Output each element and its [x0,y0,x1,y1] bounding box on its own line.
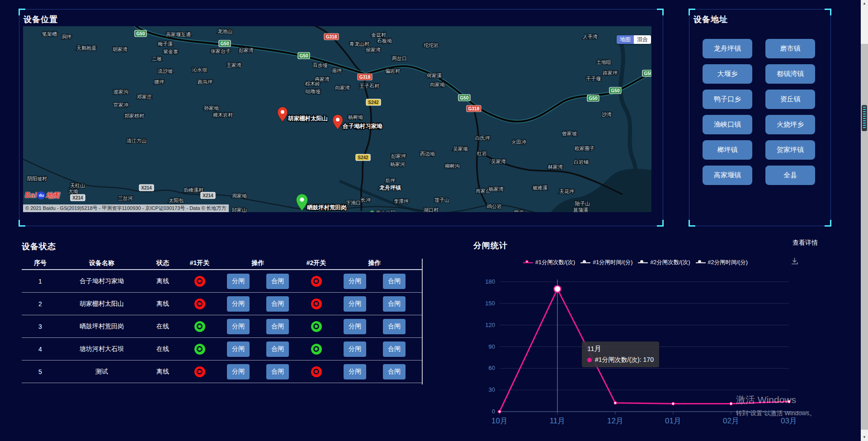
legend-label: #1分闸次数/(次) [535,259,575,266]
open-switch2-button-row4[interactable]: 分闸 [344,341,366,357]
switch2-indicator-red [311,366,322,377]
close-switch2-button-row5[interactable]: 合闸 [383,364,406,379]
address-button-11[interactable]: 高家堰镇 [703,166,752,185]
tooltip-value: #1分闸次数/(次): 170 [595,356,654,364]
address-button-9[interactable]: 榔坪镇 [703,140,752,160]
legend-item-1[interactable]: #1分闸次数/(次) [523,259,575,266]
column-header: #2开关 [297,259,335,267]
svg-text:G318: G318 [326,34,337,39]
switch2-indicator-red [311,276,322,287]
svg-text:S242: S242 [368,100,379,105]
map-place-label: 偏岩村 [385,68,400,74]
map-place-label: 胡家湾 [113,47,127,52]
address-button-1[interactable]: 龙舟坪镇 [703,39,752,58]
legend-item-2[interactable]: #1分闸时间/(分) [580,259,632,266]
road-badge-g50: G50 [609,87,621,94]
device-name: 胡家棚村太阳山 [59,300,145,308]
scrollbar-thumb[interactable] [861,44,868,430]
close-switch2-button-row3[interactable]: 合闸 [383,319,406,334]
map-place-label: 侯家湾 [366,47,381,52]
row-operations: 分闸合闸 [335,319,414,334]
map-place-label: 两岔口 [392,56,407,61]
close-switch1-button-row3[interactable]: 合闸 [266,319,289,334]
device-pin-label: 晒鼓坪村荒田岗 [307,204,347,211]
legend-item-3[interactable]: #2分闸次数/(次) [638,259,690,266]
address-button-2[interactable]: 磨市镇 [765,39,815,58]
dashboard-page: 设备位置 笔架槽洞坪天鹅抱 [0,0,868,441]
map-place-label: 吴家垴 [453,146,468,152]
 [181,321,218,332]
address-button-10[interactable]: 贺家坪镇 [765,140,815,160]
open-switch1-button-row2[interactable]: 分闸 [227,296,250,312]
map-place-label: 沙湾 [602,112,612,117]
map-place-label: 龙舟坪镇 [379,185,401,191]
map-place-label: 洞坪 [61,34,72,39]
table-row-4: 4塘坊河村大石坝在线分闸合闸分闸合闸 [22,338,422,360]
table-row-5: 5测试离线分闸合闸分闸合闸 [22,360,422,383]
close-switch1-button-row2[interactable]: 合闸 [266,296,289,312]
close-switch1-button-row5[interactable]: 合闸 [266,364,289,379]
column-header: 操作 [335,259,414,267]
open-switch2-button-row5[interactable]: 分闸 [344,364,366,379]
svg-text:11月: 11月 [550,417,566,425]
open-switch2-button-row1[interactable]: 分闸 [344,274,366,289]
address-button-3[interactable]: 大堰乡 [703,64,752,84]
download-icon[interactable] [790,257,799,267]
open-switch1-button-row4[interactable]: 分闸 [227,341,250,357]
close-switch2-button-row1[interactable]: 合闸 [383,274,406,289]
scrollbar-widget[interactable] [862,105,867,131]
map-place-label: 土地咀 [596,59,611,65]
close-switch2-button-row4[interactable]: 合闸 [383,341,406,357]
map-place-label: 流沙坡 [157,68,173,74]
address-button-12[interactable]: 全县 [765,166,815,185]
map-place-label: 紫金寨 [163,49,178,54]
tooltip-series-dot [587,358,592,362]
map-type-map-button[interactable]: 地图 [617,35,634,44]
svg-text:180: 180 [485,278,495,285]
device-status-table: 序号设备名称状态#1开关操作#2开关操作1合子坳村习家坳离线分闸合闸分闸合闸2胡… [22,257,422,383]
address-button-6[interactable]: 资丘镇 [765,90,815,109]
address-button-7[interactable]: 渔峡口镇 [703,115,752,134]
device-address-title: 设备地址 [693,14,728,25]
close-switch1-button-row4[interactable]: 合闸 [266,341,289,357]
open-switch1-button-row1[interactable]: 分闸 [227,274,250,289]
switch1-indicator-green [194,321,205,332]
map-place-label: 向家坳 [430,82,445,87]
switch1-indicator-red [194,299,205,309]
corner-bracket [657,220,664,227]
scrollbar-down-icon[interactable]: ▼ [861,434,868,441]
map-place-label: 二墩 [152,56,162,62]
close-switch2-button-row2[interactable]: 合闸 [383,296,406,312]
address-button-5[interactable]: 鸭子口乡 [703,90,752,109]
row-operations: 分闸合闸 [218,319,297,334]
map-type-hybrid-button[interactable]: 混合 [634,35,651,44]
map-place-label: 金盆村 [371,32,386,38]
map-place-label: 天花坪 [559,189,575,194]
view-details-link[interactable]: 查看详情 [793,239,818,247]
map-place-label: 阴阳坡村 [27,176,47,181]
baidu-maps-logo[interactable]: Bai du 地图 [25,191,59,200]
map-place-label: 路家坪 [603,70,618,76]
legend-item-4[interactable]: #2分闸时间/(分) [696,259,748,266]
open-switch1-button-row5[interactable]: 分闸 [227,364,250,379]
open-switch1-button-row3[interactable]: 分闸 [227,319,250,334]
baidu-map[interactable]: 笔架槽洞坪天鹅抱蛋胡家湾高家堰互通梅子溪紫金寨二墩流沙坡沁水坝腰坪跑马坪渡家沟邓… [23,26,651,212]
map-place-label: 火田冲 [511,139,526,145]
tooltip-category: 11月 [587,345,654,353]
switch2-indicator-green [311,321,322,332]
map-place-label: 王家湾 [226,62,241,68]
column-header: 状态 [145,259,181,267]
scrollbar-up-icon[interactable]: ▲ [861,0,868,7]
address-button-8[interactable]: 火烧坪乡 [765,115,815,134]
map-place-label: 官庄 [514,210,524,212]
road-badge-s242: S242 [356,154,370,161]
map-place-label: 后坪 [385,178,396,183]
page-scrollbar[interactable]: ▲ ▼ [861,0,868,441]
open-switch2-button-row2[interactable]: 分闸 [344,296,366,312]
map-place-label: 天鹅抱蛋 [76,45,96,51]
address-button-4[interactable]: 都镇湾镇 [765,64,815,84]
map-place-label: 莲子山 [434,197,449,203]
open-switch2-button-row3[interactable]: 分闸 [344,319,366,334]
map-canvas: 笔架槽洞坪天鹅抱蛋胡家湾高家堰互通梅子溪紫金寨二墩流沙坡沁水坝腰坪跑马坪渡家沟邓… [23,26,651,212]
close-switch1-button-row1[interactable]: 合闸 [266,274,289,289]
